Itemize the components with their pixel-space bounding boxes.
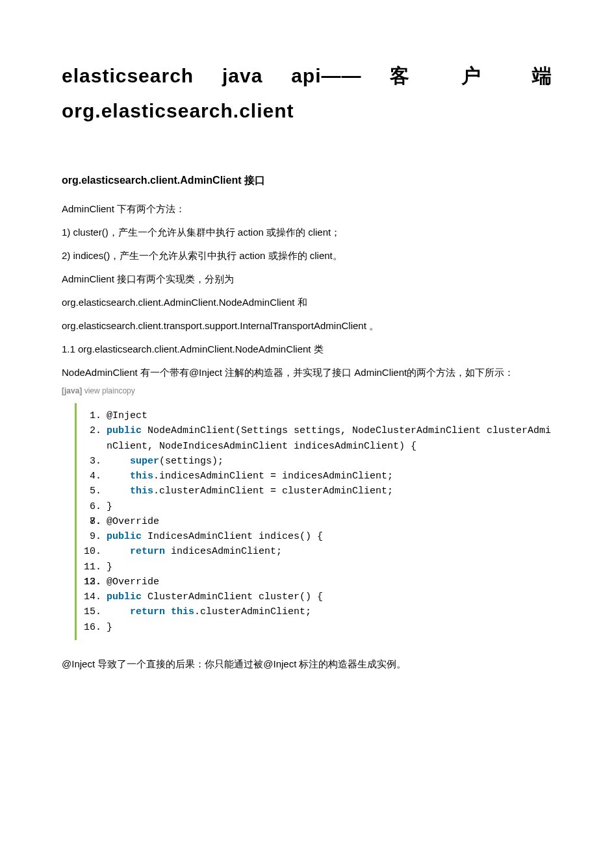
- code-line: this.clusterAdminClient = clusterAdminCl…: [82, 484, 552, 499]
- code-token-keyword: return: [130, 546, 165, 557]
- paragraph: org.elasticsearch.client.transport.suppo…: [62, 316, 552, 336]
- code-token: NodeAdminClient(Settings settings, NodeC…: [107, 425, 551, 451]
- code-line: @Override: [82, 514, 552, 529]
- code-line: @Override: [82, 575, 552, 589]
- code-meta: [java] view plaincopy: [62, 386, 552, 395]
- paragraph: AdminClient 接口有两个实现类，分别为: [62, 269, 552, 289]
- page-title: elasticsearch java api—— 客 户 端 org.elast…: [62, 58, 552, 129]
- code-line: @Inject: [82, 408, 552, 423]
- code-token-keyword: return: [130, 606, 165, 617]
- code-token-keyword: this: [130, 486, 153, 497]
- code-token: IndicesAdminClient indices() {: [142, 531, 323, 542]
- code-line: super(settings);: [82, 454, 552, 469]
- paragraph: 1.1 org.elasticsearch.client.AdminClient…: [62, 340, 552, 359]
- code-view-plaincopy-link[interactable]: view plaincopy: [82, 386, 134, 395]
- code-line: this.indicesAdminClient = indicesAdminCl…: [82, 469, 552, 484]
- code-token: .indicesAdminClient = indicesAdminClient…: [153, 471, 393, 482]
- code-token: @Override: [107, 516, 159, 527]
- code-token: }: [107, 562, 112, 573]
- code-token: (settings);: [159, 456, 224, 467]
- code-line: public ClusterAdminClient cluster() {: [82, 589, 552, 604]
- paragraph: AdminClient 下有两个方法：: [62, 199, 552, 219]
- code-lang-label: [java]: [62, 386, 82, 395]
- code-token: indicesAdminClient;: [165, 546, 282, 557]
- code-token: @Override: [107, 577, 159, 588]
- code-token-keyword: public: [107, 425, 142, 436]
- paragraph: org.elasticsearch.client.AdminClient.Nod…: [62, 293, 552, 312]
- paragraph: 1) cluster()，产生一个允许从集群中执行 action 或操作的 cl…: [62, 223, 552, 242]
- code-token: [165, 606, 171, 617]
- code-line: }: [82, 620, 552, 635]
- code-line: public IndicesAdminClient indices() {: [82, 529, 552, 544]
- code-block: @Inject public NodeAdminClient(Settings …: [75, 403, 552, 640]
- code-token: ClusterAdminClient cluster() {: [142, 591, 323, 602]
- code-token-keyword: public: [107, 591, 142, 602]
- code-token-keyword: super: [130, 456, 159, 467]
- code-token: }: [107, 622, 112, 633]
- paragraph: @Inject 导致了一个直接的后果：你只能通过被@Inject 标注的构造器生…: [62, 654, 552, 674]
- code-token-keyword: this: [171, 606, 194, 617]
- code-token: .clusterAdminClient = clusterAdminClient…: [153, 486, 393, 497]
- paragraph: NodeAdminClient 有一个带有@Inject 注解的构造器，并实现了…: [62, 363, 552, 382]
- code-token-keyword: public: [107, 531, 142, 542]
- code-line: }: [82, 499, 552, 514]
- code-line: return indicesAdminClient;: [82, 544, 552, 559]
- paragraph: 2) indices()，产生一个允许从索引中执行 action 或操作的 cl…: [62, 246, 552, 266]
- code-line: }: [82, 560, 552, 575]
- code-token-keyword: this: [130, 471, 153, 482]
- code-line: public NodeAdminClient(Settings settings…: [82, 423, 552, 454]
- code-line: return this.clusterAdminClient;: [82, 604, 552, 619]
- code-token: }: [107, 501, 112, 512]
- code-token: .clusterAdminClient;: [194, 606, 311, 617]
- section-heading: org.elasticsearch.client.AdminClient 接口: [62, 174, 552, 188]
- code-token: @Inject: [107, 410, 147, 421]
